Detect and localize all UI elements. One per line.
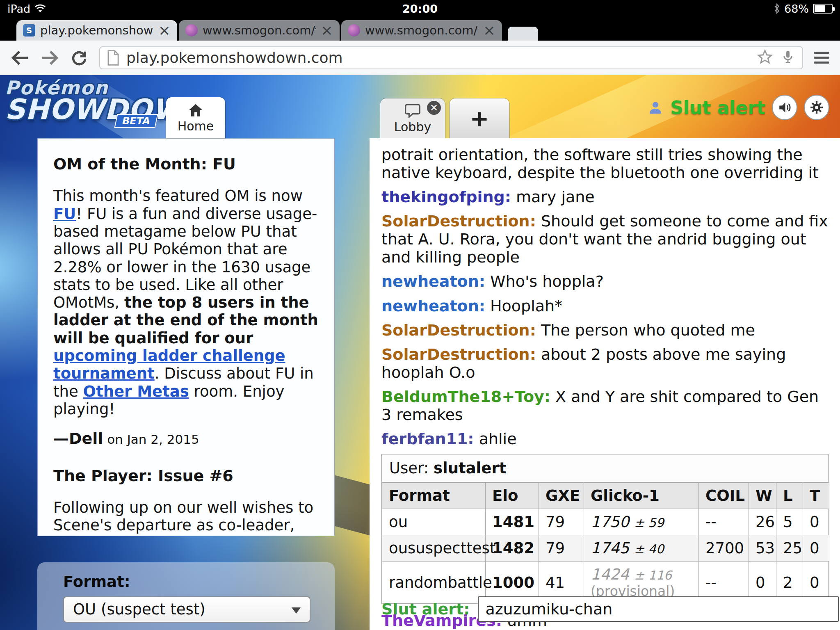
page-icon: [107, 50, 120, 66]
ladder-row: oususpecttest1482791745 ± 40270053250: [382, 535, 829, 562]
ladder-cell: 25: [776, 535, 803, 562]
battery-percent: 68%: [784, 2, 809, 15]
news-link[interactable]: Other Metas: [83, 383, 189, 400]
chat-message: potrait orientation, the software still …: [381, 146, 829, 182]
chat-username[interactable]: SolarDestruction:: [381, 321, 536, 339]
tab-new-room[interactable]: +: [450, 98, 509, 138]
chat-message: thekingofping: mary jane: [381, 188, 829, 206]
clock: 20:00: [0, 2, 840, 15]
showdown-page: Pokémon Showdown! BETA Home Lobby ✕ +: [0, 75, 840, 630]
ladder-cell: 0: [803, 509, 829, 535]
bookmark-star-icon[interactable]: [756, 48, 774, 67]
close-icon: ✕: [430, 103, 438, 113]
current-username[interactable]: Slut alert: [670, 97, 765, 118]
chat-username[interactable]: thekingofping:: [381, 188, 511, 206]
chat-message: ferbfan11: ahlie: [381, 430, 829, 448]
chat-message: newheaton: Who's hoppla?: [381, 272, 829, 290]
chat-message: SolarDestruction: Should get someone to …: [381, 212, 829, 266]
wifi-icon: [34, 4, 46, 13]
ladder-header-cell: Elo: [486, 483, 539, 509]
back-button[interactable]: [11, 50, 30, 66]
ladder-cell: oususpecttest: [382, 535, 486, 562]
reload-button[interactable]: [70, 48, 89, 67]
bluetooth-icon: [774, 3, 780, 14]
tab-close-icon[interactable]: ×: [321, 23, 333, 38]
chat-username[interactable]: newheaton:: [381, 272, 485, 290]
userbar: Slut alert: [647, 95, 829, 120]
smogon-favicon: [348, 24, 360, 37]
news-link[interactable]: here we give you the 6th issue of The Pl…: [53, 534, 317, 536]
ladder-cell: ou: [382, 509, 486, 535]
ladder-user-line: User: slutalert: [382, 454, 828, 482]
ladder-cell: 1750 ± 59: [584, 509, 699, 535]
beta-badge: BETA: [114, 114, 158, 128]
chat-username[interactable]: ferbfan11:: [381, 430, 474, 448]
smogon-favicon: [185, 24, 198, 37]
chat-log: potrait orientation, the software still …: [381, 146, 829, 630]
chat-message: SolarDestruction: The person who quoted …: [381, 321, 829, 339]
chat-message: newheaton: Hooplah*: [381, 297, 829, 315]
tab-home[interactable]: Home: [166, 97, 225, 138]
ladder-cell: 0: [803, 535, 829, 562]
voice-search-mic-icon[interactable]: [780, 48, 796, 67]
browser-tab[interactable]: Splay.pokemonshowdown.c×: [16, 20, 177, 41]
plus-icon: +: [470, 107, 489, 130]
chat-input-label: Slut alert:: [381, 600, 470, 618]
news-text: Following up on our well wishes to Scene…: [53, 499, 313, 534]
ladder-row: ou1481791750 ± 59--2650: [382, 509, 829, 535]
home-icon: [188, 103, 203, 117]
chat-username[interactable]: SolarDestruction:: [381, 212, 536, 230]
settings-button[interactable]: [804, 95, 829, 120]
ladder-cell: 79: [539, 509, 584, 535]
ladder-table: User: slutalertFormatEloGXEGlicko-1COILW…: [381, 454, 829, 604]
ladder-cell: 26: [749, 509, 776, 535]
format-selected-value: OU (suspect test): [73, 600, 205, 618]
news-paragraph: This month's featured OM is now FU! FU i…: [53, 187, 319, 418]
chat-message: SolarDestruction: about 2 posts above me…: [381, 345, 829, 381]
screen: iPad 20:00 68% Splay.pokemonshowdown.c×w…: [0, 0, 840, 630]
news-heading: The Player: Issue #6: [53, 467, 319, 485]
format-panel: Format: OU (suspect test): [37, 562, 335, 630]
ladder-cell: 79: [539, 535, 584, 562]
forward-button[interactable]: [40, 50, 59, 66]
ladder-header-cell: T: [803, 483, 829, 509]
status-bar: iPad 20:00 68%: [0, 0, 840, 17]
browser-tab[interactable]: www.smogon.com/forums×: [341, 20, 502, 41]
ladder-header-cell: Format: [382, 483, 486, 509]
tab-lobby[interactable]: Lobby ✕: [380, 98, 445, 138]
format-label: Format:: [63, 573, 335, 591]
ladder-header-cell: COIL: [699, 483, 749, 509]
ladder-cell: --: [699, 509, 749, 535]
showdown-logo: Pokémon Showdown! BETA: [5, 77, 169, 126]
chat-bubble-icon: [404, 103, 421, 118]
news-text: This month's featured OM is now: [53, 187, 303, 205]
tab-close-icon[interactable]: ×: [158, 23, 171, 38]
showdown-favicon: S: [23, 24, 35, 37]
byline-date: on Jan 2, 2015: [103, 432, 199, 447]
tab-home-label: Home: [178, 119, 214, 133]
chat-username[interactable]: newheaton:: [381, 297, 485, 315]
format-dropdown[interactable]: OU (suspect test): [63, 596, 310, 623]
new-tab-button[interactable]: [508, 27, 538, 41]
browser-tab[interactable]: www.smogon.com/forums×: [179, 20, 340, 41]
url-text: play.pokemonshowdown.com: [126, 49, 343, 66]
browser-tab-bar: Splay.pokemonshowdown.c×www.smogon.com/f…: [0, 17, 840, 41]
ladder-cell: 53: [749, 535, 776, 562]
ladder-header-cell: W: [749, 483, 776, 509]
news-panel: OM of the Month: FU This month's feature…: [37, 138, 335, 536]
chat-username[interactable]: BeldumThe18+Toy:: [381, 388, 550, 406]
browser-tabs: Splay.pokemonshowdown.c×www.smogon.com/f…: [16, 20, 504, 41]
url-field[interactable]: play.pokemonshowdown.com: [99, 46, 803, 69]
address-bar: play.pokemonshowdown.com: [0, 41, 840, 75]
tab-close-icon[interactable]: ×: [483, 23, 495, 38]
ladder-header-cell: L: [776, 483, 803, 509]
ladder-cell: 2700: [699, 535, 749, 562]
chat-input[interactable]: [478, 596, 839, 622]
showdown-header: Pokémon Showdown! BETA Home Lobby ✕ +: [0, 75, 840, 138]
browser-menu-icon[interactable]: [814, 52, 829, 64]
news-link[interactable]: FU: [53, 205, 76, 223]
close-room-button[interactable]: ✕: [427, 101, 441, 115]
chat-username[interactable]: SolarDestruction:: [381, 345, 536, 363]
ladder-header-cell: Glicko-1: [584, 483, 699, 509]
sound-button[interactable]: [772, 95, 797, 120]
